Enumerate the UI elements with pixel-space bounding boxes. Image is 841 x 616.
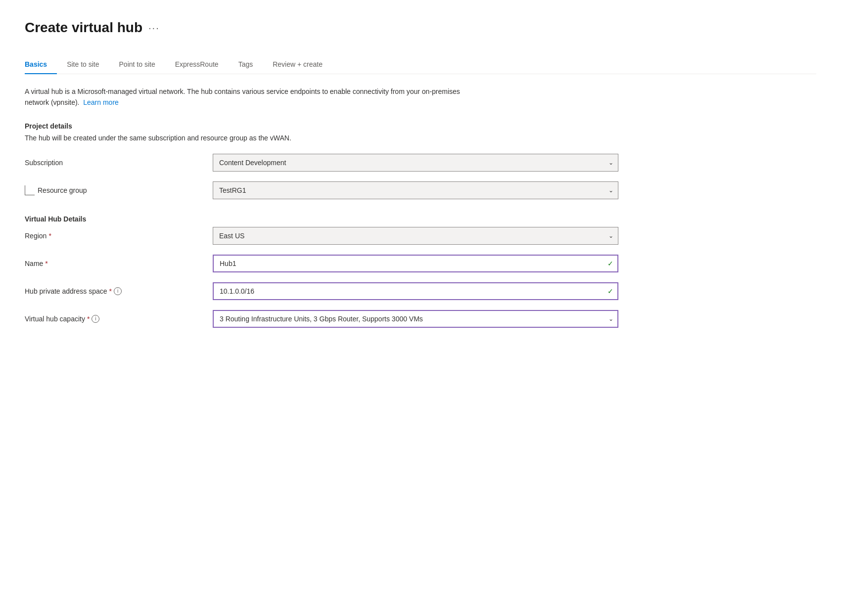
description-text: A virtual hub is a Microsoft-managed vir… bbox=[25, 86, 470, 108]
tree-corner-icon bbox=[25, 185, 35, 195]
subscription-dropdown[interactable]: Content Development bbox=[213, 154, 618, 172]
name-control: Hub1 ✓ bbox=[213, 255, 618, 272]
tab-basics[interactable]: Basics bbox=[25, 55, 57, 74]
virtual-hub-details-section: Virtual Hub Details Region * East US ⌄ N… bbox=[25, 215, 816, 328]
hub-private-address-space-label: Hub private address space * i bbox=[25, 287, 213, 295]
project-details-section: Project details The hub will be created … bbox=[25, 122, 816, 199]
hub-capacity-dropdown-container: 3 Routing Infrastructure Units, 3 Gbps R… bbox=[213, 310, 618, 328]
name-row: Name * Hub1 ✓ bbox=[25, 255, 816, 272]
project-details-subtitle: The hub will be created under the same s… bbox=[25, 134, 816, 142]
region-row: Region * East US ⌄ bbox=[25, 227, 816, 245]
virtual-hub-details-title: Virtual Hub Details bbox=[25, 215, 816, 223]
name-dropdown-container: Hub1 ✓ bbox=[213, 255, 618, 272]
page-title: Create virtual hub bbox=[25, 20, 142, 36]
virtual-hub-capacity-dropdown[interactable]: 3 Routing Infrastructure Units, 3 Gbps R… bbox=[213, 310, 618, 328]
subscription-dropdown-container: Content Development ⌄ bbox=[213, 154, 618, 172]
learn-more-link[interactable]: Learn more bbox=[83, 98, 119, 106]
hub-private-address-space-row: Hub private address space * i 10.1.0.0/1… bbox=[25, 282, 816, 300]
hub-private-address-space-input[interactable]: 10.1.0.0/16 bbox=[213, 282, 618, 300]
subscription-control: Content Development ⌄ bbox=[213, 154, 618, 172]
resource-group-row: Resource group TestRG1 ⌄ bbox=[25, 181, 816, 199]
project-details-title: Project details bbox=[25, 122, 816, 130]
hub-private-address-space-control: 10.1.0.0/16 ✓ bbox=[213, 282, 618, 300]
hub-address-info-icon[interactable]: i bbox=[114, 287, 122, 295]
tab-point-to-site[interactable]: Point to site bbox=[109, 55, 165, 74]
name-input[interactable]: Hub1 bbox=[213, 255, 618, 272]
hub-capacity-info-icon[interactable]: i bbox=[92, 315, 99, 323]
subscription-label: Subscription bbox=[25, 159, 213, 167]
hub-address-dropdown-container: 10.1.0.0/16 ✓ bbox=[213, 282, 618, 300]
virtual-hub-capacity-control: 3 Routing Infrastructure Units, 3 Gbps R… bbox=[213, 310, 618, 328]
region-label: Region * bbox=[25, 232, 213, 240]
resource-group-label-area: Resource group bbox=[25, 185, 213, 195]
tab-expressroute[interactable]: ExpressRoute bbox=[165, 55, 229, 74]
ellipsis-menu-button[interactable]: ··· bbox=[148, 23, 160, 33]
hub-address-required-indicator: * bbox=[109, 287, 112, 295]
name-required-indicator: * bbox=[45, 260, 47, 267]
subscription-row: Subscription Content Development ⌄ bbox=[25, 154, 816, 172]
name-label: Name * bbox=[25, 260, 213, 267]
tab-tags[interactable]: Tags bbox=[229, 55, 263, 74]
virtual-hub-capacity-label: Virtual hub capacity * i bbox=[25, 315, 213, 323]
hub-capacity-required-indicator: * bbox=[87, 315, 90, 323]
page-title-container: Create virtual hub ··· bbox=[25, 20, 816, 36]
virtual-hub-capacity-row: Virtual hub capacity * i 3 Routing Infra… bbox=[25, 310, 816, 328]
region-dropdown-container: East US ⌄ bbox=[213, 227, 618, 245]
tab-bar: Basics Site to site Point to site Expres… bbox=[25, 55, 816, 74]
resource-group-dropdown-container: TestRG1 ⌄ bbox=[213, 181, 618, 199]
tab-review-create[interactable]: Review + create bbox=[263, 55, 332, 74]
resource-group-dropdown[interactable]: TestRG1 bbox=[213, 181, 618, 199]
region-required-indicator: * bbox=[48, 232, 51, 240]
region-control: East US ⌄ bbox=[213, 227, 618, 245]
resource-group-control: TestRG1 ⌄ bbox=[213, 181, 618, 199]
region-dropdown[interactable]: East US bbox=[213, 227, 618, 245]
tab-site-to-site[interactable]: Site to site bbox=[57, 55, 109, 74]
